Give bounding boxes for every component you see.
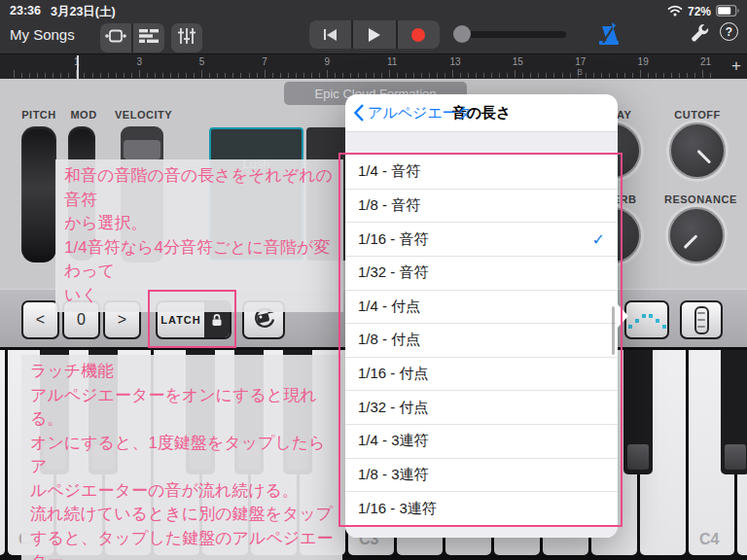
mixer-button[interactable] xyxy=(171,23,202,52)
note-length-option[interactable]: 1/4 - 3連符 xyxy=(345,425,618,459)
note-length-option[interactable]: 1/16 - 3連符 xyxy=(345,492,618,526)
playhead[interactable] xyxy=(77,55,79,79)
volume-slider-knob[interactable] xyxy=(453,25,471,43)
battery-icon xyxy=(716,3,739,20)
note-length-option[interactable]: 1/16 - 音符✓ xyxy=(345,223,618,257)
ruler-tick xyxy=(522,73,523,78)
ruler-tick xyxy=(29,73,30,78)
ruler-tick xyxy=(546,73,547,78)
note-length-option[interactable]: 1/4 - 付点 xyxy=(345,291,618,325)
ruler-tick xyxy=(679,73,680,78)
annotation-line: ルペジエーターの音が流れ続ける。 xyxy=(30,479,334,504)
resonance-knob[interactable] xyxy=(668,207,725,263)
ruler-tick xyxy=(319,73,320,78)
ruler-tick xyxy=(139,70,140,78)
ruler-tick xyxy=(562,73,563,78)
note-length-option[interactable]: 1/8 - 音符 xyxy=(345,190,618,224)
ruler-tick xyxy=(209,73,210,78)
note-length-option[interactable]: 1/8 - 付点 xyxy=(345,324,618,358)
skip-to-start-button[interactable] xyxy=(309,20,351,49)
my-songs-button[interactable]: My Songs xyxy=(10,26,75,43)
ruler-tick xyxy=(84,73,85,78)
ruler-tick xyxy=(601,73,602,78)
ruler-number: 5 xyxy=(199,56,205,67)
cutoff-knob[interactable] xyxy=(669,122,726,179)
ruler-tick xyxy=(68,73,69,78)
black-key[interactable] xyxy=(623,350,653,474)
velocity-label: VELOCITY xyxy=(115,109,171,121)
view-toggle-button[interactable] xyxy=(100,23,131,52)
back-to-arpeggiator-button[interactable]: アルペジエータ xyxy=(354,94,472,131)
annotation-line: から選択。 xyxy=(64,212,335,236)
ruler-tick xyxy=(358,73,359,78)
ruler-tick xyxy=(640,70,641,78)
ruler-tick xyxy=(515,70,516,78)
note-length-option[interactable]: 1/32 - 音符 xyxy=(345,257,618,291)
chevron-left-icon xyxy=(354,104,364,122)
ruler-number: 15 xyxy=(513,56,523,67)
ruler-number: 13 xyxy=(449,56,460,67)
ruler-tick xyxy=(656,73,657,78)
ruler-tick xyxy=(460,73,461,78)
ruler-number: 9 xyxy=(325,56,331,67)
popover-bottom-inset xyxy=(345,526,618,538)
annotation-latch: ラッチ機能アルペジエーターをオンにすると現れる。オンにすると、1度鍵盤をタップし… xyxy=(21,355,342,560)
settings-wrench-button[interactable] xyxy=(690,22,710,47)
ruler-tick xyxy=(624,73,625,78)
note-length-option[interactable]: 1/32 - 付点 xyxy=(345,391,618,425)
note-length-list: 1/4 - 音符1/8 - 音符1/16 - 音符✓1/32 - 音符1/4 -… xyxy=(345,156,618,526)
status-time: 23:36 xyxy=(10,4,41,18)
ruler-tick xyxy=(476,73,477,78)
pitch-wheel[interactable] xyxy=(21,126,56,262)
ruler-tick xyxy=(452,70,453,78)
annotation-line: すると、タップした鍵盤のアルペジエーター xyxy=(30,527,334,560)
tracks-view-button[interactable] xyxy=(133,23,164,52)
ruler-tick xyxy=(303,73,304,78)
ruler-tick xyxy=(288,73,289,78)
transport-controls xyxy=(309,20,440,49)
ruler-tick xyxy=(186,73,187,78)
ruler-tick xyxy=(296,73,297,78)
octave-down-button[interactable]: < xyxy=(21,300,59,339)
play-icon xyxy=(369,28,380,42)
note-length-option[interactable]: 1/16 - 付点 xyxy=(345,358,618,392)
ruler-tick xyxy=(194,73,195,78)
ruler-tick xyxy=(381,73,382,78)
ruler-number: 19 xyxy=(638,56,649,67)
white-key[interactable] xyxy=(0,350,5,555)
ruler-tick xyxy=(280,73,281,78)
annotation-line: いく xyxy=(64,284,335,308)
timeline-ruler[interactable]: 1357911131517B1921 + xyxy=(0,53,747,79)
ruler-tick xyxy=(445,73,445,78)
black-key[interactable] xyxy=(721,350,747,474)
annotation-line: アルペジエーターをオンにすると現れる。 xyxy=(30,384,334,432)
ruler-tick xyxy=(710,73,711,78)
note-length-option[interactable]: 1/8 - 3連符 xyxy=(345,459,618,493)
ruler-tick xyxy=(671,73,672,78)
ruler-tick xyxy=(311,73,312,78)
ruler-tick xyxy=(225,73,226,78)
annotation-line: 1/4音符なら4分音符ごとに音階が変わって xyxy=(64,236,335,284)
volume-slider-track[interactable] xyxy=(461,31,566,38)
wifi-icon xyxy=(667,3,683,20)
resonance-knob-label: RESONANCE xyxy=(664,193,730,205)
metronome-button[interactable] xyxy=(594,20,621,51)
popover-arrow xyxy=(617,303,628,329)
ruler-tick xyxy=(530,73,531,78)
ruler-tick xyxy=(609,73,610,78)
play-button[interactable] xyxy=(353,20,395,49)
status-date: 3月23日(土) xyxy=(51,4,116,20)
ruler-number: 7 xyxy=(262,56,267,67)
ruler-tick xyxy=(397,73,398,78)
help-button[interactable]: ? xyxy=(720,22,738,41)
ruler-tick xyxy=(335,73,336,78)
arpeggiator-button[interactable] xyxy=(624,300,669,339)
checkmark-icon: ✓ xyxy=(592,230,605,249)
record-button[interactable] xyxy=(398,20,440,49)
note-length-option[interactable]: 1/4 - 音符 xyxy=(345,156,618,190)
scrollbar[interactable] xyxy=(612,306,615,355)
ruler-tick xyxy=(702,70,703,78)
scale-button[interactable] xyxy=(680,300,723,339)
cutoff-knob-label: CUTOFF xyxy=(668,109,727,121)
add-bars-button[interactable]: + xyxy=(731,56,741,76)
